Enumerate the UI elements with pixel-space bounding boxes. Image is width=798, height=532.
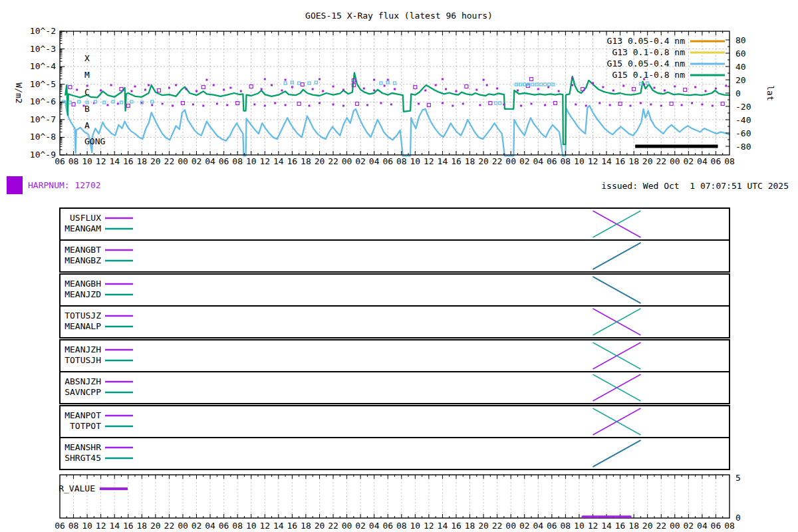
xray-series <box>65 72 730 156</box>
x-tick-label: 22 <box>492 156 503 166</box>
x-tick-label: 08 <box>561 156 571 166</box>
y2-tick-label: 80 <box>735 35 746 45</box>
x-tick-label: 20 <box>478 521 489 531</box>
x-tick-label: 04 <box>369 156 380 166</box>
y2-tick-label: -20 <box>735 102 751 112</box>
y2-axis-title: lat <box>765 85 775 100</box>
x-tick-label: 22 <box>656 156 666 166</box>
flux-class-letter: C <box>84 87 90 97</box>
x-tick-label: 14 <box>273 156 284 166</box>
x-tick-label: 14 <box>273 521 284 531</box>
panel-series-label: TOTUSJZ <box>65 311 101 321</box>
y2-tick-label: 20 <box>735 75 746 85</box>
x-tick-label: 12 <box>588 156 598 166</box>
y-tick-label: 10^-3 <box>30 44 56 54</box>
x-tick-label: 06 <box>219 521 229 531</box>
panel-series-label: MEANJZH <box>65 344 101 354</box>
x-tick-label: 14 <box>601 156 612 166</box>
x-tick-label: 16 <box>615 156 626 166</box>
x-tick-label: 12 <box>96 156 106 166</box>
x-tick-label: 04 <box>533 521 543 531</box>
x-tick-label: 06 <box>711 521 722 531</box>
x-tick-label: 16 <box>287 156 298 166</box>
sharp-panel-meanpot: MEANPOTTOTPOT <box>65 408 640 435</box>
harpnum-legend: HARPNUM: 12702 <box>7 176 101 194</box>
x-tick-label: 22 <box>656 521 666 531</box>
x-tick-label: 18 <box>628 156 639 166</box>
xray-legend: G13 0.05-0.4 nmG13 0.1-0.8 nmG15 0.05-0.… <box>607 36 725 80</box>
sharp-panel-usflux: USFLUXMEANGAM <box>65 211 640 237</box>
x-tick-label: 10 <box>246 521 257 531</box>
sharp-panel-absnjzh: ABSNJZHSAVNCPP <box>65 374 640 401</box>
x-tick-label: 14 <box>438 156 448 166</box>
y2-tick-label: 0 <box>735 88 741 98</box>
x-tick-label: 12 <box>259 156 270 166</box>
sharp-panel-meanshr: MEANSHRSHRGT45 <box>65 440 640 467</box>
x-tick-label: 12 <box>424 521 434 531</box>
sharp-panels: USFLUXMEANGAMMEANGBTMEANGBZMEANGBHMEANJZ… <box>60 208 730 469</box>
x-tick-label: 06 <box>219 156 229 166</box>
panel-series-label: MEANPOT <box>65 410 101 420</box>
x-tick-label: 06 <box>382 521 393 531</box>
x-tick-label: 16 <box>451 521 462 531</box>
x-tick-label: 08 <box>396 521 407 531</box>
x-tick-label: 04 <box>697 156 708 166</box>
panel-series-label: MEANALP <box>65 321 101 331</box>
y-tick-label: 10^-4 <box>30 61 56 71</box>
x-tick-label: 04 <box>369 521 380 531</box>
xray-scatter-purple <box>68 78 727 108</box>
x-tick-label: 10 <box>574 156 585 166</box>
sharp-panel-totusjz: TOTUSJZMEANALP <box>65 309 640 335</box>
x-tick-label: 08 <box>724 156 735 166</box>
x-tick-label: 02 <box>192 521 202 531</box>
sharp-panel-meangbh: MEANGBHMEANJZD <box>65 277 640 303</box>
x-tick-label: 00 <box>342 156 352 166</box>
x-tick-label: 16 <box>123 156 134 166</box>
x-tick-label: 04 <box>533 156 543 166</box>
x-tick-label: 18 <box>301 521 311 531</box>
legend-label: G15 0.1-0.8 nm <box>612 70 685 80</box>
panel-series-label: MEANGAM <box>65 223 101 233</box>
x-tick-label: 22 <box>328 521 338 531</box>
x-tick-label: 18 <box>465 156 475 166</box>
x-tick-label: 08 <box>68 156 79 166</box>
x-tick-label: 20 <box>150 521 161 531</box>
panel-series-label: MEANSHR <box>65 442 101 452</box>
legend-label: G15 0.05-0.4 nm <box>607 59 686 68</box>
panel-series-label: MEANGBT <box>65 245 101 255</box>
x-tick-label: 06 <box>382 156 393 166</box>
y2-tick-label: -60 <box>735 128 751 138</box>
y2-tick-label: 40 <box>735 62 746 72</box>
x-tick-label: 16 <box>615 521 626 531</box>
x-tick-label: 00 <box>178 156 188 166</box>
x-tick-label: 20 <box>642 156 653 166</box>
harpnum-swatch <box>7 176 23 194</box>
x-tick-label: 04 <box>205 156 215 166</box>
flux-class-letter: B <box>84 104 90 114</box>
x-tick-label: 22 <box>164 521 175 531</box>
x-tick-label: 18 <box>136 156 147 166</box>
x-tick-label: 08 <box>232 521 243 531</box>
r-y-tick-label: 0 <box>735 513 741 523</box>
y-tick-label: 10^-5 <box>30 79 56 89</box>
x-tick-label: 08 <box>724 521 735 531</box>
x-tick-label: 10 <box>82 156 92 166</box>
x-tick-label: 02 <box>192 156 202 166</box>
x-tick-label: 12 <box>424 156 434 166</box>
x-tick-label: 00 <box>670 156 680 166</box>
x-tick-label: 10 <box>246 156 257 166</box>
x-tick-label: 12 <box>96 521 106 531</box>
flux-class-letter: GONG <box>84 136 105 146</box>
x-tick-label: 00 <box>670 521 680 531</box>
flux-class-letter: M <box>84 70 90 80</box>
x-tick-label: 00 <box>505 156 516 166</box>
panel-series-label: R_VALUE <box>59 483 95 493</box>
x-tick-label: 06 <box>711 156 722 166</box>
x-tick-label: 06 <box>55 521 65 531</box>
x-tick-label: 16 <box>123 521 134 531</box>
y2-tick-label: -80 <box>735 142 751 152</box>
panel-series-label: USFLUX <box>70 213 101 223</box>
flux-class-letters: XMCBAGONG <box>84 53 105 146</box>
x-tick-label: 02 <box>355 156 366 166</box>
x-tick-label: 06 <box>547 156 557 166</box>
